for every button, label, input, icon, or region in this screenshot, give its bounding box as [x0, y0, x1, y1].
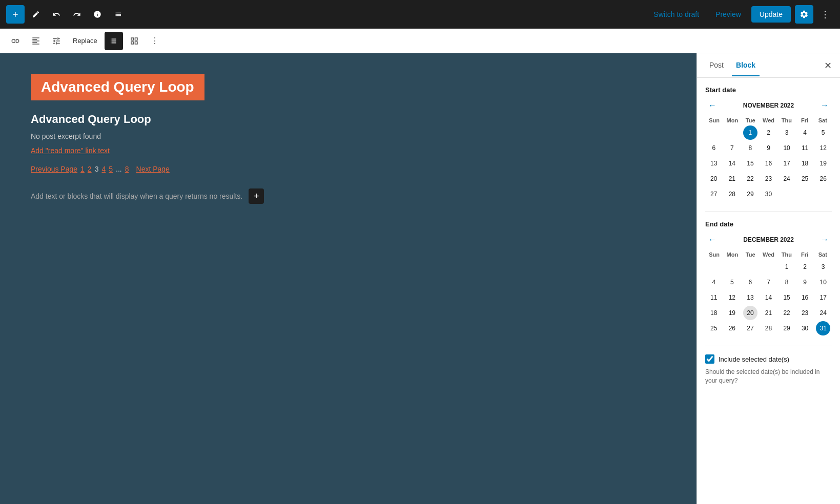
dec-day-8[interactable]: 8	[780, 275, 794, 289]
dec-day-22[interactable]: 22	[780, 306, 794, 320]
nov-day-23[interactable]: 23	[761, 172, 775, 186]
nov-day-2[interactable]: 2	[761, 125, 775, 140]
dec-day-15[interactable]: 15	[780, 290, 794, 305]
sidebar-close-button[interactable]: ✕	[824, 60, 832, 71]
include-dates-checkbox[interactable]	[705, 354, 714, 364]
dec-day-6[interactable]: 6	[743, 275, 757, 289]
undo-button[interactable]	[47, 5, 66, 24]
dec-day-18[interactable]: 18	[707, 306, 721, 320]
previous-page-link[interactable]: Previous Page	[31, 165, 77, 173]
grid-view-button[interactable]	[125, 32, 144, 50]
dec-day-1[interactable]: 1	[780, 260, 794, 274]
align-button[interactable]	[27, 32, 45, 50]
nov-day-24[interactable]: 24	[780, 172, 794, 186]
list-view-button[interactable]	[109, 5, 127, 24]
december-prev-button[interactable]: ←	[705, 234, 720, 245]
replace-button[interactable]: Replace	[68, 34, 103, 48]
dec-day-13[interactable]: 13	[743, 290, 757, 305]
nov-day-11[interactable]: 11	[798, 141, 812, 155]
next-page-link[interactable]: Next Page	[136, 165, 170, 173]
nov-day-27[interactable]: 27	[707, 187, 721, 201]
dec-day-12[interactable]: 12	[725, 290, 739, 305]
dec-day-26[interactable]: 26	[725, 321, 739, 335]
dec-day-3[interactable]: 3	[816, 260, 830, 274]
page-number-1[interactable]: 1	[80, 165, 85, 173]
nov-day-14[interactable]: 14	[725, 156, 739, 171]
nov-day-5[interactable]: 5	[816, 125, 830, 140]
dec-day-31[interactable]: 31	[816, 321, 830, 335]
november-days: 1234567891011121314151617181920212223242…	[705, 125, 832, 201]
dec-day-27[interactable]: 27	[743, 321, 757, 335]
redo-button[interactable]	[68, 5, 86, 24]
settings-button[interactable]	[47, 32, 66, 50]
nov-day-17[interactable]: 17	[780, 156, 794, 171]
dec-day-28[interactable]: 28	[761, 321, 775, 335]
post-tab[interactable]: Post	[705, 55, 728, 76]
dec-day-4[interactable]: 4	[707, 275, 721, 289]
december-next-button[interactable]: →	[817, 234, 832, 245]
nov-day-18[interactable]: 18	[798, 156, 812, 171]
nov-day-20[interactable]: 20	[707, 172, 721, 186]
nov-day-7[interactable]: 7	[725, 141, 739, 155]
include-dates-label[interactable]: Include selected date(s)	[719, 355, 789, 363]
page-number-4[interactable]: 4	[101, 165, 106, 173]
dec-day-17[interactable]: 17	[816, 290, 830, 305]
nov-day-19[interactable]: 19	[816, 156, 830, 171]
block-tab[interactable]: Block	[732, 55, 760, 76]
nov-day-6[interactable]: 6	[707, 141, 721, 155]
nov-day-29[interactable]: 29	[743, 187, 757, 201]
empty-day	[725, 260, 739, 274]
dec-day-14[interactable]: 14	[761, 290, 775, 305]
november-next-button[interactable]: →	[817, 100, 832, 111]
dec-day-30[interactable]: 30	[798, 321, 812, 335]
preview-button[interactable]: Preview	[709, 7, 747, 22]
dec-day-7[interactable]: 7	[761, 275, 775, 289]
link-button[interactable]	[6, 32, 25, 50]
nov-day-4[interactable]: 4	[798, 125, 812, 140]
dec-day-20[interactable]: 20	[743, 306, 757, 320]
info-button[interactable]	[88, 5, 107, 24]
empty-day	[725, 125, 739, 140]
page-number-5[interactable]: 5	[109, 165, 113, 173]
nov-day-21[interactable]: 21	[725, 172, 739, 186]
editor-pen-button[interactable]	[27, 5, 45, 24]
list-view-active-button[interactable]	[105, 32, 123, 50]
dec-day-25[interactable]: 25	[707, 321, 721, 335]
update-button[interactable]: Update	[751, 6, 791, 23]
nov-day-26[interactable]: 26	[816, 172, 830, 186]
nov-day-15[interactable]: 15	[743, 156, 757, 171]
page-number-8[interactable]: 8	[125, 165, 129, 173]
settings-gear-button[interactable]	[795, 5, 813, 24]
dec-day-10[interactable]: 10	[816, 275, 830, 289]
add-block-inline-button[interactable]: +	[249, 188, 264, 204]
nov-day-9[interactable]: 9	[761, 141, 775, 155]
dec-day-29[interactable]: 29	[780, 321, 794, 335]
dec-day-5[interactable]: 5	[725, 275, 739, 289]
dec-day-21[interactable]: 21	[761, 306, 775, 320]
add-block-button[interactable]	[6, 5, 25, 24]
more-block-options-button[interactable]: ⋮	[146, 32, 164, 50]
nov-day-3[interactable]: 3	[780, 125, 794, 140]
nov-day-13[interactable]: 13	[707, 156, 721, 171]
switch-to-draft-button[interactable]: Switch to draft	[647, 7, 705, 22]
nov-day-22[interactable]: 22	[743, 172, 757, 186]
dec-day-23[interactable]: 23	[798, 306, 812, 320]
nov-day-30[interactable]: 30	[761, 187, 775, 201]
page-number-2[interactable]: 2	[88, 165, 92, 173]
dec-day-24[interactable]: 24	[816, 306, 830, 320]
dec-day-9[interactable]: 9	[798, 275, 812, 289]
dec-day-16[interactable]: 16	[798, 290, 812, 305]
read-more-link[interactable]: Add "read more" link text	[31, 146, 666, 155]
november-prev-button[interactable]: ←	[705, 100, 720, 111]
nov-day-8[interactable]: 8	[743, 141, 757, 155]
nov-day-28[interactable]: 28	[725, 187, 739, 201]
dec-day-11[interactable]: 11	[707, 290, 721, 305]
nov-day-25[interactable]: 25	[798, 172, 812, 186]
nov-day-16[interactable]: 16	[761, 156, 775, 171]
nov-day-12[interactable]: 12	[816, 141, 830, 155]
nov-day-1[interactable]: 1	[743, 125, 757, 140]
nov-day-10[interactable]: 10	[780, 141, 794, 155]
more-options-button[interactable]: ⋮	[817, 6, 834, 23]
dec-day-19[interactable]: 19	[725, 306, 739, 320]
dec-day-2[interactable]: 2	[798, 260, 812, 274]
